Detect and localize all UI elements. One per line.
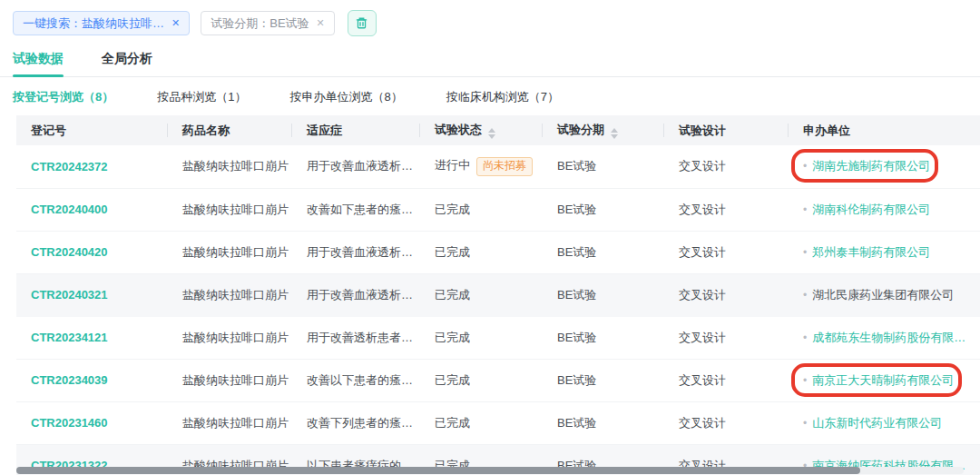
indication-cell: 改善如下患者的瘙… — [292, 188, 420, 231]
trial-design-cell: 交叉设计 — [664, 145, 789, 188]
trial-status-cell: 已完成 — [420, 359, 543, 401]
bullet-icon: • — [803, 374, 807, 387]
column-label: 试验状态 — [435, 123, 482, 136]
sponsor-cell-inner: •成都苑东生物制药股份有限… — [803, 330, 965, 346]
indication-cell: 用于改善血液透析… — [292, 273, 420, 316]
sponsor-link[interactable]: 湖南先施制药有限公司 — [812, 158, 930, 174]
sponsor-cell-inner: •南京正大天晴制药有限公司 — [803, 372, 954, 389]
trial-phase-cell: BE试验 — [543, 188, 664, 231]
column-label: 试验分期 — [557, 123, 604, 136]
trial-status-cell: 已完成 — [420, 401, 543, 444]
column-header[interactable]: 试验分期 — [543, 115, 664, 145]
table-row[interactable]: CTR20240321 盐酸纳呋拉啡口崩片 用于改善血液透析… 已完成 BE试验… — [16, 273, 980, 316]
trial-design-cell: 交叉设计 — [664, 401, 789, 444]
registration-number-link[interactable]: CTR20234121 — [31, 331, 108, 344]
trash-icon — [355, 16, 368, 30]
registration-number-link[interactable]: CTR20231460 — [31, 416, 108, 430]
bullet-icon: • — [803, 332, 807, 344]
browse-subnav: 按登记号浏览（8） 按品种浏览（1） 按申办单位浏览（8） 按临床机构浏览（7） — [0, 77, 980, 105]
registration-number-link[interactable]: CTR20240400 — [31, 203, 108, 216]
sponsor-cell: •郑州泰丰制药有限公司 — [789, 231, 980, 273]
sponsor-cell-inner: •郑州泰丰制药有限公司 — [803, 244, 930, 261]
column-header: 申办单位 — [789, 115, 980, 145]
trial-phase-cell: BE试验 — [543, 359, 664, 401]
trials-table: 登记号药品名称适应症试验状态试验分期试验设计申办单位 CTR20242372 盐… — [16, 115, 980, 475]
trial-status-cell: 已完成 — [420, 273, 543, 316]
sponsor-cell-inner: •湖南先施制药有限公司 — [803, 158, 930, 174]
tab-trial-data[interactable]: 试验数据 — [13, 51, 64, 76]
table-header-row: 登记号药品名称适应症试验状态试验分期试验设计申办单位 — [16, 115, 980, 145]
tag-close-icon[interactable]: ✕ — [317, 18, 325, 28]
filter-tag-label: 一键搜索：盐酸纳呋拉啡… — [23, 15, 164, 32]
trial-design-cell: 交叉设计 — [664, 231, 789, 273]
subnav-by-sponsor[interactable]: 按申办单位浏览（8） — [289, 89, 402, 105]
sponsor-cell: •成都苑东生物制药股份有限… — [789, 316, 980, 359]
table-row[interactable]: CTR20231460 盐酸纳呋拉啡口崩片 改善下列患者的瘙… 已完成 BE试验… — [16, 401, 980, 444]
status-badge: 尚未招募 — [476, 157, 533, 176]
registration-number-link[interactable]: CTR20242372 — [31, 160, 108, 173]
trial-status-text: 已完成 — [435, 416, 470, 430]
trial-phase-cell: BE试验 — [543, 145, 664, 188]
trial-status-text: 进行中 — [435, 158, 470, 172]
tag-close-icon[interactable]: ✕ — [172, 18, 180, 28]
sponsor-cell: •湖南科伦制药有限公司 — [789, 188, 980, 231]
bullet-icon: • — [803, 246, 807, 259]
table-row[interactable]: CTR20240420 盐酸纳呋拉啡口崩片 用于改善血液透析… 已完成 BE试验… — [16, 231, 980, 273]
column-header[interactable]: 试验状态 — [420, 115, 543, 145]
sponsor-cell: •湖南先施制药有限公司 — [789, 145, 980, 188]
bullet-icon: • — [803, 203, 807, 216]
trial-status-text: 已完成 — [435, 245, 470, 259]
trial-status-cell: 进行中尚未招募 — [420, 145, 543, 188]
column-label: 适应症 — [307, 124, 342, 137]
drug-name-cell: 盐酸纳呋拉啡口崩片 — [168, 401, 292, 444]
column-label: 登记号 — [31, 124, 66, 137]
trial-status-cell: 已完成 — [420, 231, 543, 273]
trial-status-text: 已完成 — [435, 203, 470, 216]
table-row[interactable]: CTR20240400 盐酸纳呋拉啡口崩片 改善如下患者的瘙… 已完成 BE试验… — [16, 188, 980, 231]
drug-name-cell: 盐酸纳呋拉啡口崩片 — [168, 273, 292, 316]
indication-cell: 用于改善血液透析… — [292, 145, 420, 188]
table-row[interactable]: CTR20234121 盐酸纳呋拉啡口崩片 用于改善透析患者… 已完成 BE试验… — [16, 316, 980, 359]
indication-cell: 用于改善透析患者… — [292, 316, 420, 359]
clear-filters-button[interactable] — [348, 10, 377, 36]
subnav-by-registration[interactable]: 按登记号浏览（8） — [13, 89, 113, 105]
filter-tag-keyword[interactable]: 一键搜索：盐酸纳呋拉啡… ✕ — [13, 11, 190, 35]
trial-status-text: 已完成 — [435, 373, 470, 387]
sponsor-link[interactable]: 山东新时代药业有限公司 — [812, 415, 942, 431]
filter-tag-phase[interactable]: 试验分期：BE试验 ✕ — [201, 11, 335, 35]
sort-icon[interactable] — [611, 128, 618, 139]
indication-cell: 改善下列患者的瘙… — [292, 401, 420, 444]
trial-phase-cell: BE试验 — [543, 316, 664, 359]
table-row[interactable]: CTR20234039 盐酸纳呋拉啡口崩片 改善以下患者的瘙… 已完成 BE试验… — [16, 359, 980, 401]
filter-bar: 一键搜索：盐酸纳呋拉啡… ✕ 试验分期：BE试验 ✕ — [0, 0, 980, 36]
subnav-by-institution[interactable]: 按临床机构浏览（7） — [446, 89, 559, 105]
trial-phase-cell: BE试验 — [543, 231, 664, 273]
bullet-icon: • — [803, 160, 807, 173]
registration-number-link[interactable]: CTR20234039 — [31, 373, 108, 387]
tab-global-analysis[interactable]: 全局分析 — [102, 51, 152, 76]
sponsor-cell-inner: •湖北民康药业集团有限公司 — [803, 287, 954, 303]
column-header: 试验设计 — [664, 115, 789, 145]
sort-icon[interactable] — [488, 128, 495, 139]
sponsor-link[interactable]: 湖北民康药业集团有限公司 — [812, 287, 954, 303]
registration-number-link[interactable]: CTR20240321 — [31, 288, 108, 302]
sponsor-link[interactable]: 郑州泰丰制药有限公司 — [812, 244, 930, 261]
sponsor-link[interactable]: 成都苑东生物制药股份有限… — [812, 330, 965, 346]
sponsor-cell: •南京正大天晴制药有限公司 — [789, 359, 980, 401]
table-row[interactable]: CTR20242372 盐酸纳呋拉啡口崩片 用于改善血液透析… 进行中尚未招募 … — [16, 145, 980, 188]
trial-design-cell: 交叉设计 — [664, 359, 789, 401]
horizontal-scrollbar-track[interactable] — [16, 467, 964, 474]
sponsor-link[interactable]: 湖南科伦制药有限公司 — [812, 202, 930, 218]
horizontal-scrollbar-thumb[interactable] — [16, 467, 860, 474]
column-header: 适应症 — [292, 115, 420, 145]
bullet-icon: • — [803, 289, 807, 302]
column-header: 药品名称 — [168, 115, 292, 145]
sponsor-link[interactable]: 南京正大天晴制药有限公司 — [812, 372, 954, 389]
registration-number-link[interactable]: CTR20240420 — [31, 245, 108, 259]
trial-status-cell: 已完成 — [420, 188, 543, 231]
trial-status-cell: 已完成 — [420, 316, 543, 359]
drug-name-cell: 盐酸纳呋拉啡口崩片 — [168, 359, 292, 401]
trial-design-cell: 交叉设计 — [664, 273, 789, 316]
subnav-by-variety[interactable]: 按品种浏览（1） — [157, 89, 246, 105]
trial-phase-cell: BE试验 — [543, 401, 664, 444]
